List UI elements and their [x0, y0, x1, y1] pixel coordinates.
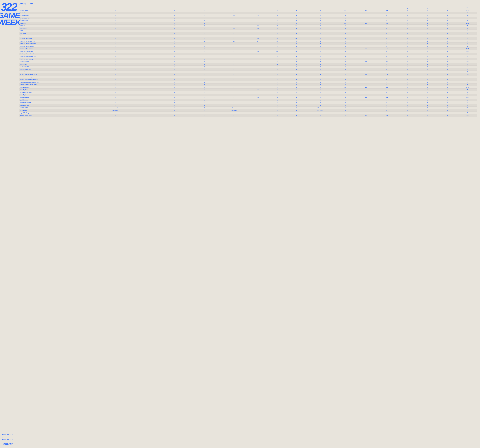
cell-star_rare: 15: [219, 12, 248, 14]
cell-tier1_super_rare: 0: [130, 50, 160, 53]
cell-tier2_limited: 0: [356, 19, 376, 22]
cell-tier3_unique: 0: [438, 17, 458, 19]
cell-tier3_super_rare: 0: [190, 45, 219, 48]
cell-tier3_unique: 0: [438, 9, 458, 12]
cell-tier1_super_rare: 0: [130, 48, 160, 50]
cell-tier3_limited: 0: [376, 55, 397, 58]
cell-total: 500: [458, 114, 477, 117]
cell-tier1_super_rare: 0: [130, 104, 160, 107]
cell-tier1_rare: 0: [248, 112, 268, 114]
cell-tier1_super_rare: 0: [130, 86, 160, 89]
cell-star_super_rare: 0: [100, 86, 130, 89]
cell-tier3_unique: 0: [438, 43, 458, 45]
cell-star_limited: 0: [306, 43, 335, 45]
table-row: Second Division Europe Super Rare0112000…: [19, 81, 477, 83]
cell-tier3_super_rare: 0: [190, 109, 219, 112]
table-row: Underdog Super Rare03151610015000000050: [19, 91, 477, 94]
sorare-logo: sorare ©: [3, 442, 14, 445]
cell-star_limited: 0: [306, 19, 335, 22]
cell-star_rare: 0: [219, 104, 248, 107]
cell-tier3_super_rare: 0: [190, 76, 219, 78]
cell-star_rare: 13: [219, 27, 248, 30]
cell-tier2_unique: 0: [417, 40, 438, 43]
cell-tier1_unique: 0: [397, 30, 417, 32]
cell-tier1_unique: 0: [397, 65, 417, 68]
cell-total: 85: [458, 63, 477, 65]
sorare-icon: ©: [11, 443, 14, 445]
week-text: WEEK: [0, 19, 21, 26]
cell-tier3_unique: 0: [438, 40, 458, 43]
cell-tier2_rare: 0: [268, 109, 287, 112]
cell-tier2_unique: 0: [417, 68, 438, 71]
cell-star_rare: 0: [219, 48, 248, 50]
cell-tier3_rare: 0: [287, 107, 306, 109]
cell-tier3_rare: 0: [287, 104, 306, 107]
cell-tier2_rare: 0: [268, 19, 287, 22]
competition-name: All Star Rare Pro: [19, 14, 100, 17]
cell-tier2_unique: 0: [417, 37, 438, 40]
cell-tier2_limited: 80: [356, 60, 376, 63]
cell-star_super_rare: 0: [100, 73, 130, 76]
cell-tier1_rare: 0: [248, 48, 268, 50]
competition-name: America Unique: [19, 71, 100, 73]
cell-tier3_limited: 0: [376, 101, 397, 104]
cell-star_limited: 0: [306, 58, 335, 60]
cell-tier1_rare: 0: [248, 9, 268, 12]
cell-tier3_rare: 0: [287, 19, 306, 22]
cell-tier3_unique: 0: [438, 35, 458, 37]
cell-tier1_rare: 5: [248, 78, 268, 81]
cell-tier1_limited: 0: [335, 12, 356, 14]
cell-star_rare: 1: [219, 91, 248, 94]
cell-tier1_rare: 0: [248, 86, 268, 89]
cell-star_super_rare: 0: [100, 60, 130, 63]
cell-tier2_unique: 0: [417, 86, 438, 89]
cell-total: 173: [458, 14, 477, 17]
cell-tier3_rare: 0: [287, 78, 306, 81]
cell-tier1_unique: 0: [397, 14, 417, 17]
cell-star_super_rare: 0: [100, 76, 130, 78]
cell-tier1_unique: 0: [397, 40, 417, 43]
cell-tier2_super_rare: 0: [160, 112, 190, 114]
gw-number: 322: [1, 3, 17, 11]
cell-tier2_super_rare: 0: [160, 83, 190, 86]
cell-tier3_rare: 0: [287, 17, 306, 19]
cell-tier2_limited: 315: [356, 22, 376, 25]
cell-tier2_unique: 0: [417, 14, 438, 17]
col-header-total: TOTAL: [458, 6, 477, 9]
cell-star_rare: 0: [219, 83, 248, 86]
cell-tier1_limited: 22: [335, 60, 356, 63]
cell-tier3_limited: 0: [376, 81, 397, 83]
competition-name: Champion Europe Limited: [19, 35, 100, 37]
cell-star_rare: 1: [219, 30, 248, 32]
cell-tier2_unique: 0: [417, 32, 438, 35]
cell-tier2_limited: 0: [356, 68, 376, 71]
cell-tier3_unique: 0: [438, 30, 458, 32]
cell-tier3_rare: 0: [287, 45, 306, 48]
cell-tier1_super_rare: 5: [130, 17, 160, 19]
table-row: Second Division Europe Limited0000000031…: [19, 73, 477, 76]
cell-tier3_unique: 0: [438, 48, 458, 50]
cell-total: 250: [458, 112, 477, 114]
cell-tier2_super_rare: 0: [160, 63, 190, 65]
cell-star_super_rare: 0: [100, 99, 130, 101]
cell-tier1_super_rare: 3: [130, 55, 160, 58]
cell-tier2_super_rare: 0: [160, 40, 190, 43]
cell-tier1_rare: 0: [248, 60, 268, 63]
cell-tier3_rare: 0: [287, 9, 306, 12]
cell-tier1_limited: 0: [335, 25, 356, 27]
cell-tier2_super_rare: 0: [160, 14, 190, 17]
cell-tier2_super_rare: 8: [160, 55, 190, 58]
cell-tier3_rare: 195: [287, 37, 306, 40]
cell-star_super_rare: 0: [100, 30, 130, 32]
cell-star_rare: 0: [219, 32, 248, 35]
cell-tier1_super_rare: 0: [130, 37, 160, 40]
cell-tier3_limited: 0: [376, 99, 397, 101]
cell-tier1_limited: 0: [335, 94, 356, 96]
cell-tier2_rare: 0: [268, 73, 287, 76]
cell-tier3_rare: 0: [287, 32, 306, 35]
cell-tier3_unique: 0: [438, 71, 458, 73]
competition-name: All Star Rare: [19, 12, 100, 14]
cell-tier1_super_rare: 1: [130, 81, 160, 83]
cell-star_limited: 0: [306, 104, 335, 107]
competition-name: Second Division Europe Unique: [19, 83, 100, 86]
